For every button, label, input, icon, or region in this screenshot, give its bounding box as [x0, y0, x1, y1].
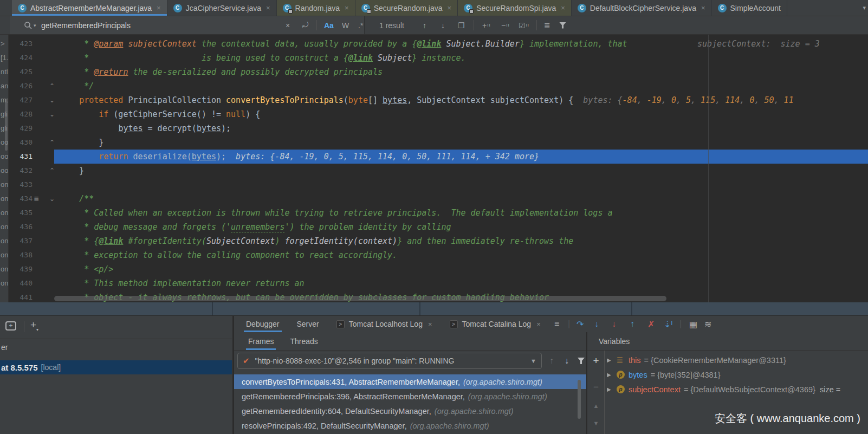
line-number[interactable]: 429	[10, 121, 33, 135]
line-number[interactable]: 426	[10, 79, 33, 93]
fold-collapse-icon[interactable]: ⌄	[48, 107, 56, 121]
editor-line[interactable]: an426⌃ */	[0, 79, 868, 93]
add-watch-icon[interactable]: +	[591, 355, 601, 367]
add-occurrence-icon[interactable]: +II	[482, 16, 491, 34]
thread-selector-dropdown[interactable]: ✔ "http-nio-8088-exec-10"@2,546 in group…	[237, 353, 542, 369]
step-into-icon[interactable]: ↓	[594, 316, 599, 332]
drop-frame-icon[interactable]: ✗	[647, 316, 655, 332]
move-watch-up-icon[interactable]: ▲	[591, 403, 601, 409]
words-toggle[interactable]: W	[342, 16, 349, 34]
fold-end-icon[interactable]: ⌃	[48, 135, 56, 150]
line-number[interactable]: 425	[10, 65, 33, 79]
editor-line[interactable]: on439 * <p/>	[0, 262, 868, 276]
editor-line[interactable]: on435 * Called when an exception is thro…	[0, 206, 868, 220]
editor-tab[interactable]: CSecureRandom.java×	[355, 0, 458, 16]
fold-end-icon[interactable]: ⌃	[48, 164, 56, 178]
editor-tab[interactable]: CDefaultBlockCipherService.java×	[572, 0, 712, 16]
line-number[interactable]: 427	[10, 93, 33, 107]
frame-row[interactable]: getRememberedIdentity:604, DefaultSecuri…	[234, 404, 586, 418]
editor-line[interactable]: on440 * This method implementation never…	[0, 276, 868, 290]
line-number[interactable]: 433	[10, 178, 33, 192]
editor-tab[interactable]: CJcaCipherService.java×	[167, 0, 277, 16]
line-number[interactable]: 439	[10, 262, 33, 276]
editor-line[interactable]: on433	[0, 178, 868, 192]
line-number[interactable]: 423	[10, 37, 33, 51]
line-number[interactable]: 440	[10, 276, 33, 290]
debugger-tab-server[interactable]: Server	[297, 316, 319, 332]
layout-settings-icon[interactable]: ≋	[704, 316, 711, 332]
editor-line[interactable]: on434≣⌄ /**	[0, 192, 868, 206]
frames-filter-funnel-icon[interactable]	[578, 353, 585, 369]
code-editor[interactable]: > [423 * @param subjectContext the conte…	[0, 35, 868, 302]
line-number[interactable]: 428	[10, 107, 33, 121]
editor-line[interactable]: gli428⌄ if (getCipherService() != null) …	[0, 107, 868, 121]
editor-horizontal-scrollbar[interactable]	[54, 296, 666, 301]
line-number[interactable]: 438	[10, 248, 33, 262]
line-number[interactable]: 436	[10, 220, 33, 234]
remove-occurrence-icon[interactable]: −II	[501, 16, 510, 34]
debugger-tab-tomcat-localhost-log[interactable]: >Tomcat Localhost Log×	[336, 316, 432, 332]
debugger-tab-debugger[interactable]: Debugger	[246, 316, 280, 332]
editor-line[interactable]: :1.424 * is being used to construct a {@…	[0, 51, 868, 65]
move-watch-down-icon[interactable]: ▼	[591, 420, 601, 426]
service-row-partial[interactable]: er	[1, 343, 8, 352]
variable-row[interactable]: ▶pbytes= {byte[352]@4381}	[607, 367, 868, 382]
frame-row[interactable]: resolvePrincipals:492, DefaultSecurityMa…	[234, 418, 586, 433]
editor-line[interactable]: m:427⌄ protected PrincipalCollection con…	[0, 93, 868, 107]
search-query-text[interactable]: getRememberedPrincipals	[41, 16, 131, 34]
fold-collapse-icon[interactable]: ⌄	[48, 192, 56, 206]
add-service-icon[interactable]: +	[5, 321, 16, 331]
next-frame-icon[interactable]: ↓	[565, 353, 569, 369]
fold-end-icon[interactable]: ⌃	[48, 79, 56, 93]
close-icon[interactable]: ×	[701, 4, 705, 12]
close-icon[interactable]: ×	[536, 320, 541, 328]
frame-row[interactable]: getRememberedPrincipals:396, AbstractRem…	[234, 389, 586, 404]
editor-line[interactable]: on438 * exception to allow the calling c…	[0, 248, 868, 262]
tab-frames[interactable]: Frames	[248, 332, 274, 350]
editor-tab[interactable]: CAbstractRememberMeManager.java×	[12, 0, 167, 16]
step-over-icon[interactable]: ↷	[576, 316, 584, 332]
tab-threads[interactable]: Threads	[290, 332, 318, 350]
close-icon[interactable]: ×	[266, 4, 270, 12]
editor-tab[interactable]: CSimpleAccount	[712, 0, 787, 16]
fold-collapse-icon[interactable]: ⌄	[48, 93, 56, 107]
line-number[interactable]: 430	[10, 135, 33, 150]
filter-lines-icon[interactable]: ≣	[544, 16, 550, 34]
line-number[interactable]: 424	[10, 51, 33, 65]
frames-scrollbar[interactable]	[578, 380, 581, 419]
expand-arrow-icon[interactable]: ▶	[607, 386, 617, 392]
regex-toggle[interactable]: .*	[358, 16, 363, 34]
variable-row[interactable]: ▶☰this= {CookieRememberMeManager@3311}	[607, 353, 868, 367]
editor-line[interactable]: > [423 * @param subjectContext the conte…	[0, 37, 868, 51]
previous-occurrence-icon[interactable]: ↑	[423, 16, 426, 34]
editor-line[interactable]: oo432⌃ }	[0, 164, 868, 178]
line-number[interactable]: 435	[10, 206, 33, 220]
remove-watch-icon[interactable]: −	[591, 382, 601, 393]
panel-splitter[interactable]	[586, 332, 587, 434]
select-all-occurrences-icon[interactable]: ☑II	[519, 16, 529, 34]
line-number[interactable]: 441	[10, 290, 33, 302]
close-icon[interactable]: ×	[561, 4, 565, 12]
editor-line[interactable]: on436 * debug message and forgets ('unre…	[0, 220, 868, 234]
close-icon[interactable]: ×	[157, 4, 161, 12]
search-filter-funnel-icon[interactable]	[559, 16, 566, 34]
tab-overflow-icon[interactable]: ▾	[863, 4, 866, 11]
editor-line[interactable]: ntl425 * @return the de-serialized and p…	[0, 65, 868, 79]
editor-line[interactable]: oo431 return deserialize(bytes); bytes: …	[0, 150, 868, 164]
editor-tab[interactable]: CSecureRandomSpi.java×	[458, 0, 572, 16]
debugger-tab-tomcat-catalina-log[interactable]: >Tomcat Catalina Log×	[450, 316, 541, 332]
close-icon[interactable]: ×	[345, 4, 349, 12]
service-row-tomcat[interactable]: at 8.5.575 [local]	[0, 360, 232, 374]
search-history-chevron-icon[interactable]: ▾	[34, 16, 36, 34]
match-case-toggle[interactable]: Aa	[324, 16, 334, 34]
search-newline-icon[interactable]: ⤾	[302, 16, 309, 34]
close-icon[interactable]: ×	[448, 4, 452, 12]
expand-arrow-icon[interactable]: ▶	[607, 357, 617, 363]
editor-line[interactable]: gli429 bytes = decrypt(bytes);	[0, 121, 868, 135]
editor-tab[interactable]: CRandom.java×	[277, 0, 355, 16]
step-out-icon[interactable]: ↑	[630, 316, 634, 332]
frame-row[interactable]: convertBytesToPrincipals:431, AbstractRe…	[234, 374, 586, 389]
layout-menu-icon[interactable]: ≡	[554, 316, 559, 332]
evaluate-expression-icon[interactable]: ▦	[689, 316, 697, 332]
gutter-list-icon[interactable]: ≣	[34, 192, 39, 206]
